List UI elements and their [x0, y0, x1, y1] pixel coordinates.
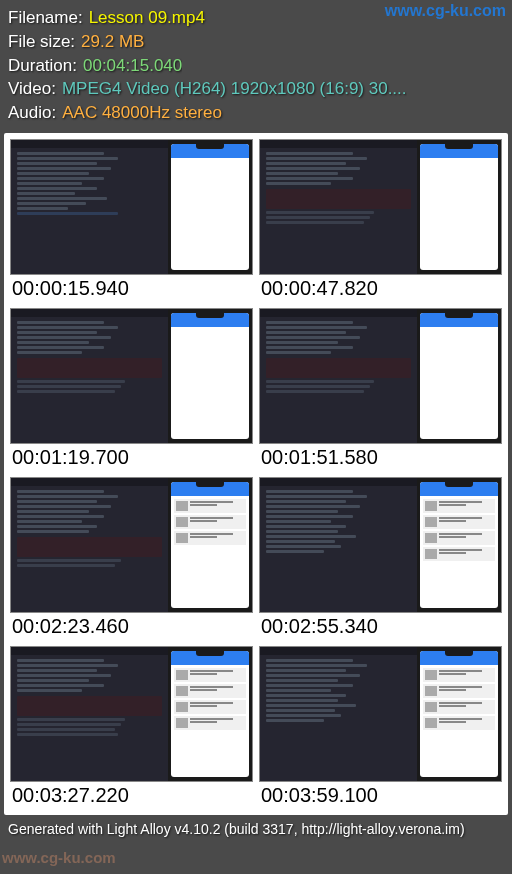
- thumbnail-image[interactable]: [259, 139, 502, 275]
- filesize-value: 29.2 MB: [81, 30, 144, 54]
- thumbnail-timestamp: 00:02:55.340: [259, 613, 502, 640]
- thumbnail-timestamp: 00:00:47.820: [259, 275, 502, 302]
- thumbnail-item: 00:03:27.220: [10, 646, 253, 809]
- thumbnail-image[interactable]: [259, 308, 502, 444]
- thumbnail-timestamp: 00:01:51.580: [259, 444, 502, 471]
- thumbnail-timestamp: 00:02:23.460: [10, 613, 253, 640]
- thumbnail-image[interactable]: [10, 308, 253, 444]
- thumbnail-item: 00:01:19.700: [10, 308, 253, 471]
- watermark-bottom: www.cg-ku.com: [2, 849, 116, 866]
- thumbnail-item: 00:01:51.580: [259, 308, 502, 471]
- filename-value: Lesson 09.mp4: [89, 6, 205, 30]
- filename-label: Filename:: [8, 6, 83, 30]
- filesize-label: File size:: [8, 30, 75, 54]
- thumbnail-timestamp: 00:03:59.100: [259, 782, 502, 809]
- thumbnail-timestamp: 00:00:15.940: [10, 275, 253, 302]
- thumbnail-timestamp: 00:03:27.220: [10, 782, 253, 809]
- video-label: Video:: [8, 77, 56, 101]
- thumbnails-grid: 00:00:15.940 00:00:47.820 00:01:19.700 0…: [10, 139, 502, 809]
- thumbnail-item: 00:00:47.820: [259, 139, 502, 302]
- duration-value: 00:04:15.040: [83, 54, 182, 78]
- watermark-top: www.cg-ku.com: [385, 2, 506, 20]
- thumbnail-image[interactable]: [10, 646, 253, 782]
- thumbnail-item: 00:00:15.940: [10, 139, 253, 302]
- thumbnail-item: 00:02:23.460: [10, 477, 253, 640]
- thumbnail-image[interactable]: [259, 477, 502, 613]
- generator-footer: Generated with Light Alloy v4.10.2 (buil…: [0, 815, 512, 843]
- thumbnail-image[interactable]: [10, 139, 253, 275]
- audio-label: Audio:: [8, 101, 56, 125]
- thumbnail-item: 00:02:55.340: [259, 477, 502, 640]
- video-value: MPEG4 Video (H264) 1920x1080 (16:9) 30..…: [62, 77, 407, 101]
- thumbnail-timestamp: 00:01:19.700: [10, 444, 253, 471]
- thumbnail-item: 00:03:59.100: [259, 646, 502, 809]
- audio-value: AAC 48000Hz stereo: [62, 101, 222, 125]
- duration-label: Duration:: [8, 54, 77, 78]
- thumbnail-image[interactable]: [259, 646, 502, 782]
- thumbnails-panel: 00:00:15.940 00:00:47.820 00:01:19.700 0…: [4, 133, 508, 815]
- thumbnail-image[interactable]: [10, 477, 253, 613]
